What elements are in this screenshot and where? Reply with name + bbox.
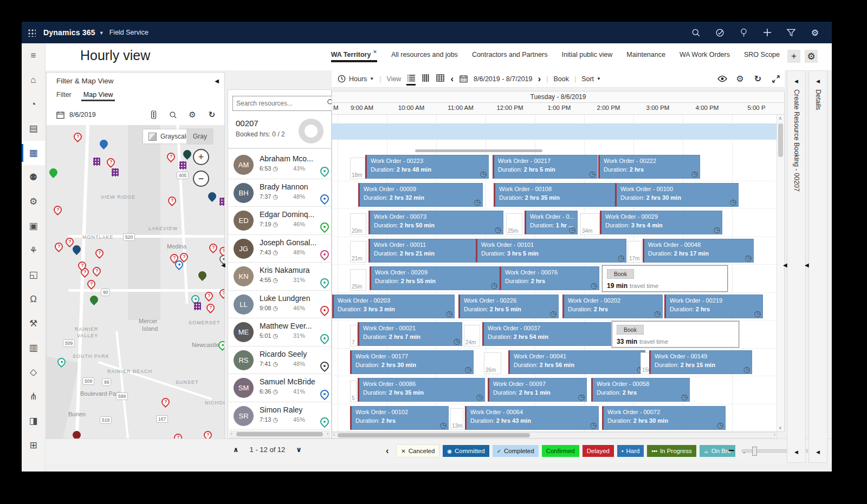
unscheduled-pin-icon[interactable]: ? (160, 396, 171, 408)
work-order-bar[interactable]: Work Order - 00203Duration: 3 hrs 3 min◷ (332, 294, 455, 318)
tab-wa-territory[interactable]: WA Territory✕ (331, 51, 377, 62)
work-order-bar[interactable]: Work Order - 00202Duration: 2 hrs◷ (562, 294, 663, 318)
legend-confirmed[interactable]: Confirmed (542, 445, 579, 457)
sort-dropdown[interactable]: Sort▼ (581, 75, 601, 83)
tab-contractors-and-partners[interactable]: Contractors and Partners (472, 51, 548, 62)
building-icon[interactable] (179, 161, 186, 169)
resource-pin-icon[interactable] (319, 360, 331, 372)
map-pin-icon[interactable] (206, 191, 218, 202)
map[interactable]: NORTVIEW RIDGEMONTLAKELAKEVIEWMedinaMerc… (47, 125, 224, 461)
tab-wa-work-orders[interactable]: WA Work Orders (680, 51, 730, 62)
legend-hard[interactable]: •Hard (617, 445, 644, 457)
unscheduled-pin-icon[interactable]: ? (165, 151, 177, 162)
building-icon[interactable] (93, 158, 100, 166)
work-order-bar[interactable]: Work Order - 00072Duration: 2 hrs 30 min… (602, 406, 726, 430)
tab-initial-public-view[interactable]: Initial public view (562, 51, 613, 62)
legend-delayed[interactable]: Delayed (583, 445, 614, 457)
prev-date-icon[interactable]: ‹ (450, 74, 454, 83)
work-order-bar[interactable]: Work Order - 00041Duration: 2 hrs 56 min… (508, 350, 645, 374)
collapse-handle[interactable]: ◀ (783, 262, 787, 268)
map-zoom-in-button[interactable]: + (193, 149, 209, 165)
map-settings-icon[interactable]: ⚙ (187, 110, 197, 120)
resource-row[interactable]: MEMatthew Ever...5:01 ◷31% (228, 318, 331, 346)
map-pin-icon[interactable] (48, 167, 59, 178)
recents-icon[interactable]: ◔ (22, 92, 45, 116)
legend-completed[interactable]: ✓Completed (493, 445, 539, 457)
map-style-gray-button[interactable]: Gray (186, 128, 213, 145)
legend-canceled[interactable]: ✕Canceled (396, 444, 439, 457)
tasks-icon[interactable]: ▤ (22, 116, 45, 141)
tab-all-resources-and-jobs[interactable]: All resources and jobs (391, 51, 458, 62)
work-order-bar[interactable]: Work Order - 00149Duration: 2 hrs 15 min… (649, 350, 752, 374)
map-pin-icon[interactable] (98, 138, 109, 149)
work-order-bar[interactable]: Work Order - 00058Duration: 2 hrs◷ (591, 378, 690, 402)
expand-panel-icon[interactable]: ◀ (794, 449, 798, 455)
create-resource-booking-panel[interactable]: ◀ Create Resource Booking - 00207 ◀ (787, 70, 806, 463)
menu-icon[interactable]: ≡ (22, 43, 45, 68)
book-button[interactable]: Book (553, 75, 569, 83)
pager-down-icon[interactable]: ∨ (296, 446, 302, 454)
work-order-bar[interactable]: Work Order - 00037Duration: 2 hrs 54 min… (482, 322, 625, 346)
work-order-bar[interactable]: Work Order - 00048Duration: 2 hrs 17 min… (643, 239, 754, 263)
mode-dropdown[interactable]: Hours ▼ (337, 74, 374, 83)
tab-map-view[interactable]: Map View (83, 91, 113, 101)
unscheduled-pin-icon[interactable]: ? (105, 156, 117, 168)
legend-committed[interactable]: ◉Committed (443, 445, 489, 457)
unscheduled-pin-icon[interactable]: ? (205, 302, 216, 313)
brand[interactable]: Dynamics 365 (43, 28, 95, 37)
legend-prev-icon[interactable]: ‹ (386, 446, 389, 456)
resource-pin-icon[interactable] (319, 388, 331, 400)
resource-search[interactable] (232, 96, 338, 111)
work-order-bar[interactable]: Work Order - 00097Duration: 2 hrs 1 min◷ (488, 378, 587, 402)
devices-icon[interactable]: ◨ (22, 409, 45, 433)
unscheduled-pin-icon[interactable]: ? (91, 265, 102, 277)
resource-pin-icon[interactable] (319, 220, 331, 233)
building-icon[interactable] (194, 302, 201, 310)
building-icon[interactable] (219, 198, 224, 206)
resource-hscrollbar[interactable]: ‹ › (229, 431, 330, 437)
calendar-icon[interactable] (459, 74, 468, 83)
list-view-icon[interactable] (406, 73, 416, 84)
unscheduled-pin-icon[interactable]: ? (86, 278, 97, 290)
unscheduled-pin-icon[interactable]: ? (53, 241, 64, 252)
scroll-thumb[interactable] (338, 433, 530, 437)
work-order-bar[interactable]: Work Order - 00064Duration: 2 hrs 43 min… (465, 406, 599, 430)
next-date-icon[interactable]: › (538, 74, 541, 83)
date-range[interactable]: 8/6/2019 - 8/7/2019 (474, 75, 532, 83)
close-tab-icon[interactable]: ✕ (373, 49, 377, 55)
calendar-icon[interactable] (55, 110, 65, 120)
work-order-bar[interactable]: Work Order - 00009Duration: 2 hrs 32 min… (358, 183, 483, 207)
work-order-bar[interactable]: Work Order - 00223Duration: 2 hrs 48 min… (365, 155, 489, 179)
resource-pin-icon[interactable] (319, 416, 331, 428)
resource-row[interactable]: KNKris Nakamura4:55 ◷31% (228, 263, 331, 291)
inventory-icon[interactable]: ◇ (22, 360, 45, 384)
add-icon[interactable] (762, 28, 772, 37)
timeline-view-icon[interactable] (421, 73, 430, 84)
work-order-bar[interactable]: Work Order - 00219Duration: 2 hrs◷ (664, 294, 763, 318)
requirement-card[interactable]: 00207 Booked hrs: 0 / 2 (228, 114, 331, 149)
resource-pin-icon[interactable] (319, 304, 331, 317)
work-order-bar[interactable]: Work Order - 00073Duration: 2 hrs 50 min… (368, 211, 503, 234)
expand-panel-icon[interactable]: ◀ (816, 78, 820, 84)
resource-pin-icon[interactable] (319, 332, 331, 344)
work-order-bar[interactable]: Work Order - 00177Duration: 2 hrs 30 min… (350, 350, 474, 374)
map-pin-icon[interactable] (197, 270, 208, 281)
resource-row[interactable]: SMSamuel McBride6:36 ◷41% (228, 374, 331, 402)
gantt-vscrollbar[interactable]: ∧ ∨ (777, 115, 784, 431)
accounts-card-icon[interactable]: ▣ (22, 214, 45, 238)
contacts-icon[interactable]: Ω (22, 287, 45, 311)
unscheduled-pin-icon[interactable]: ? (203, 290, 215, 302)
gear-icon[interactable]: ⚙ (735, 74, 745, 83)
scroll-thumb[interactable] (236, 432, 323, 436)
map-search-icon[interactable] (168, 110, 178, 120)
search-input[interactable] (233, 100, 323, 107)
resource-pin-icon[interactable] (319, 276, 331, 289)
work-order-bar[interactable]: Work Order - 0...Duration: 1 hr ...◷ (525, 211, 578, 234)
tab-maintenance[interactable]: Maintenance (626, 51, 665, 62)
traffic-icon[interactable] (148, 110, 158, 120)
unscheduled-pin-icon[interactable]: ? (72, 131, 83, 142)
tasks-check-icon[interactable] (715, 28, 724, 37)
unscheduled-pin-icon[interactable]: ? (166, 195, 178, 206)
resource-pin-icon[interactable] (319, 193, 331, 205)
map-refresh-icon[interactable]: ↻ (207, 110, 217, 120)
